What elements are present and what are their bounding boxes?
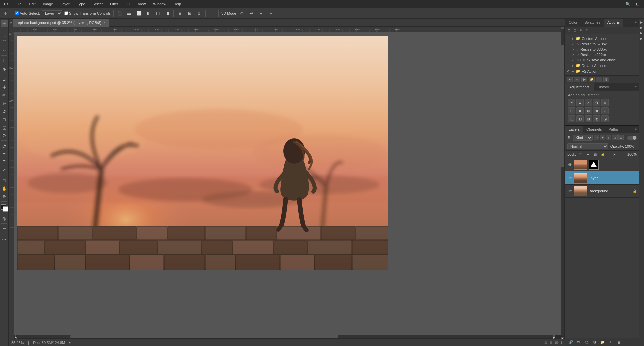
layers-adj-btn[interactable]: ◑ <box>591 339 598 345</box>
panel-ctrl-btn-2[interactable]: ◫ <box>573 28 577 33</box>
more-options-button[interactable]: ... <box>208 10 216 17</box>
menu-help[interactable]: Help <box>172 1 182 7</box>
tab-home-icon[interactable]: ⌂ <box>9 19 13 27</box>
adj-threshold-icon[interactable]: ◩ <box>593 115 600 122</box>
adj-photo-icon[interactable]: ⬣ <box>593 107 600 114</box>
scroll-thumb-h[interactable] <box>70 335 338 338</box>
action-group-default[interactable]: ✓ ▶ 📁 Default Actions <box>565 63 639 68</box>
filter-pixel-icon[interactable]: P <box>594 135 599 140</box>
lock-pixels-icon[interactable]: ⬚ <box>578 152 583 157</box>
tab-layers[interactable]: Layers <box>565 126 583 133</box>
healing-tool-btn[interactable]: ✚ <box>1 83 8 91</box>
stamp-tool-btn[interactable]: ⊕ <box>1 99 8 107</box>
auto-select-check[interactable]: Auto-Select: <box>15 11 40 15</box>
opacity-value[interactable]: 100% <box>625 144 637 148</box>
path-select-btn[interactable]: ↗ <box>1 166 8 174</box>
foreground-color[interactable] <box>1 204 8 212</box>
gradient-tool-btn[interactable]: ◱ <box>1 124 8 131</box>
tab-color[interactable]: Color <box>565 19 581 27</box>
layer-row-1[interactable]: 👁 Layer 1 <box>565 171 639 185</box>
3d-snap-icon[interactable]: ✦ <box>257 10 265 17</box>
status-layers-icon[interactable]: ▤ <box>555 341 558 344</box>
quick-mask-btn[interactable]: ◎ <box>1 215 8 222</box>
align-horiz-icon[interactable]: ◫ <box>154 10 161 17</box>
canvas-tab[interactable]: replace background.psd @ 35.2% (Layer 1,… <box>13 19 109 27</box>
panel-ctrl-btn-4[interactable]: ⊗ <box>585 28 589 33</box>
menu-image[interactable]: Image <box>42 1 55 7</box>
tab-actions[interactable]: Actions <box>604 19 623 27</box>
action-item-save[interactable]: ✓ ▷ 670px save and close <box>565 57 639 63</box>
align-top-icon[interactable]: ⬛ <box>116 10 124 17</box>
actions-record-btn[interactable]: ● <box>574 77 580 82</box>
tab-paths[interactable]: Paths <box>605 126 622 133</box>
layer-1-visibility[interactable]: 👁 <box>567 162 573 167</box>
scroll-left-arrow[interactable]: ◂ <box>15 335 16 338</box>
adj-vibrance-icon[interactable]: ◈ <box>601 99 609 106</box>
blur-tool-btn[interactable]: ⊙ <box>1 132 8 139</box>
align-bottom-icon[interactable]: ⬜ <box>135 10 143 17</box>
align-left-icon[interactable]: ◧ <box>145 10 152 17</box>
align-vert-icon[interactable]: ▬ <box>126 10 133 17</box>
3d-undo-icon[interactable]: ↩ <box>248 10 255 17</box>
tab-swatches[interactable]: Swatches <box>581 19 604 27</box>
marquee-tool-btn[interactable]: ⬚ <box>1 30 8 38</box>
layers-panel-menu[interactable]: ≡ <box>633 126 639 133</box>
menu-window[interactable]: Window <box>152 1 167 7</box>
right-edge-btn-3[interactable]: ▶ <box>639 31 644 36</box>
type-tool-btn[interactable]: T <box>1 158 8 165</box>
panel-ctrl-btn-1[interactable]: ⊡ <box>567 28 571 33</box>
menu-type[interactable]: Type <box>76 1 87 7</box>
menu-view[interactable]: View <box>137 1 147 7</box>
actions-delete-btn[interactable]: 🗑 <box>603 77 609 82</box>
status-info-icon[interactable]: ℹ <box>561 341 562 344</box>
screen-mode-btn[interactable]: ▭ <box>1 225 8 232</box>
layers-delete-btn[interactable]: 🗑 <box>615 339 622 345</box>
distribute-top-icon[interactable]: ⊞ <box>176 10 184 17</box>
menu-edit[interactable]: Edit <box>28 1 37 7</box>
adj-panel-menu[interactable]: ≡ <box>633 83 639 91</box>
bg-eye[interactable]: 👁 <box>567 188 573 194</box>
dodge-tool-btn[interactable]: ◔ <box>1 142 8 149</box>
panel-ctrl-btn-3[interactable]: ⊕ <box>579 28 583 33</box>
distribute-vert-icon[interactable]: ⊟ <box>186 10 193 17</box>
3d-extra-icon[interactable]: ⋯ <box>267 10 274 17</box>
adj-curves-icon[interactable]: ↗ <box>585 99 592 106</box>
adj-brightness-icon[interactable]: ☀ <box>568 99 575 106</box>
layers-fx-btn[interactable]: fx <box>575 339 582 345</box>
eyedropper-tool-btn[interactable]: ⊿ <box>1 75 8 83</box>
move-tool[interactable]: ✛ <box>2 10 9 17</box>
adj-gradient-icon[interactable]: ◪ <box>601 115 609 122</box>
extra-tools-btn[interactable]: ⋯ <box>1 235 8 243</box>
action-group-fs[interactable]: ✓ ▶ 📁 FS Action <box>565 68 639 74</box>
scrollbar-vertical[interactable]: ▴ ▾ <box>561 27 565 339</box>
search-icon[interactable]: 🔍 <box>624 0 631 8</box>
adj-bw-icon[interactable]: ◐ <box>585 107 592 114</box>
menu-file[interactable]: File <box>14 1 23 7</box>
layer-row-bg[interactable]: 👁 Background 🔒 <box>565 185 639 198</box>
adj-levels-icon[interactable]: ▲ <box>576 99 584 106</box>
layers-mask-btn[interactable]: ◎ <box>583 339 590 345</box>
rectangle-tool-btn[interactable]: □ <box>1 177 8 184</box>
hand-tool-btn[interactable]: ✋ <box>1 185 8 192</box>
workspace-icon[interactable]: ⊡ <box>634 0 641 8</box>
layer-row-1-mask[interactable]: 👁 <box>565 158 639 171</box>
actions-stop-btn[interactable]: ■ <box>567 77 573 82</box>
actions-new-action-btn[interactable]: + <box>596 77 602 82</box>
zoom-indicator[interactable]: ▸ <box>555 335 560 339</box>
3d-rotate-icon[interactable]: ⟳ <box>238 10 246 17</box>
lock-position-icon[interactable]: ✛ <box>585 152 591 157</box>
scroll-thumb-v[interactable] <box>561 45 564 167</box>
status-zoom-fit[interactable]: ⊡ <box>544 341 547 344</box>
layers-group-btn[interactable]: 📁 <box>599 339 606 345</box>
action-group-custom[interactable]: ✓ ▶ 📁 Custom Actions <box>565 36 639 41</box>
actions-play-btn[interactable]: ▶ <box>581 77 587 82</box>
menu-layer[interactable]: Layer <box>59 1 71 7</box>
align-right-icon[interactable]: ◨ <box>163 10 171 17</box>
layers-new-btn[interactable]: + <box>607 339 614 345</box>
slice-tool-btn[interactable]: ◈ <box>1 65 8 72</box>
layers-link-btn[interactable]: 🔗 <box>567 339 574 345</box>
filter-type-icon[interactable]: T <box>606 135 611 140</box>
kind-dropdown[interactable]: Kind Name Effect <box>573 135 593 141</box>
scroll-track-v[interactable] <box>561 29 564 336</box>
zoom-tool-btn[interactable]: ⊕ <box>1 193 8 200</box>
